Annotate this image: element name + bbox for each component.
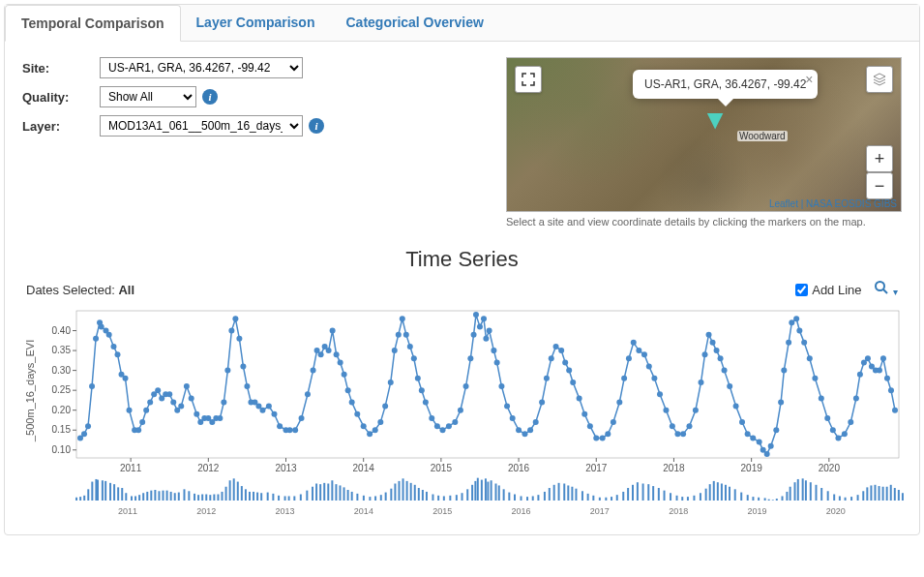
- svg-text:0.25: 0.25: [52, 384, 72, 395]
- svg-text:2015: 2015: [432, 506, 452, 516]
- svg-point-193: [793, 316, 799, 321]
- svg-point-183: [750, 435, 756, 440]
- svg-point-52: [135, 427, 141, 433]
- svg-point-213: [888, 387, 894, 393]
- svg-text:0.20: 0.20: [52, 405, 72, 415]
- svg-point-88: [287, 427, 293, 433]
- tab-layer-comparison[interactable]: Layer Comparison: [181, 5, 331, 41]
- tab-temporal-comparison[interactable]: Temporal Comparison: [5, 5, 181, 42]
- svg-point-53: [139, 419, 145, 425]
- svg-point-112: [400, 316, 405, 321]
- svg-point-72: [217, 415, 223, 421]
- svg-point-76: [232, 316, 238, 321]
- svg-point-147: [562, 359, 568, 365]
- svg-point-153: [593, 435, 599, 440]
- svg-point-187: [768, 443, 774, 449]
- svg-text:2016: 2016: [512, 506, 531, 516]
- svg-point-84: [266, 404, 272, 410]
- tab-categorical-overview[interactable]: Categorical Overview: [330, 5, 498, 41]
- svg-point-134: [494, 359, 500, 365]
- svg-point-182: [745, 431, 751, 437]
- svg-point-40: [89, 383, 95, 389]
- svg-point-41: [93, 336, 99, 342]
- svg-point-167: [670, 423, 675, 429]
- svg-text:2015: 2015: [431, 463, 453, 473]
- svg-point-120: [434, 423, 440, 429]
- svg-point-166: [663, 408, 669, 413]
- svg-point-104: [361, 423, 367, 429]
- svg-text:2014: 2014: [354, 506, 373, 516]
- svg-point-145: [553, 344, 559, 349]
- magnify-icon: [874, 280, 889, 295]
- svg-point-172: [699, 380, 704, 385]
- layers-button[interactable]: [866, 66, 893, 93]
- svg-point-131: [483, 336, 489, 342]
- controls-panel: Site: US-AR1, GRA, 36.4267, -99.42 Quali…: [22, 57, 487, 228]
- svg-point-55: [147, 399, 153, 405]
- info-icon[interactable]: i: [202, 89, 218, 105]
- svg-text:0.30: 0.30: [52, 365, 72, 376]
- svg-point-127: [471, 332, 477, 338]
- map-marker-icon[interactable]: ▼: [701, 105, 729, 136]
- quality-select[interactable]: Show All: [100, 86, 196, 107]
- svg-point-0: [876, 282, 884, 290]
- map-place-label: Woodward: [737, 131, 788, 141]
- layer-select[interactable]: MOD13A1_061__500m_16_days_EVI: [100, 115, 303, 137]
- svg-point-158: [621, 376, 627, 381]
- add-line-toggle[interactable]: Add Line: [795, 283, 861, 297]
- svg-point-78: [240, 364, 246, 370]
- chart-zoom-dropdown[interactable]: ▾: [874, 280, 898, 299]
- svg-point-140: [527, 427, 533, 433]
- svg-point-99: [338, 359, 343, 365]
- svg-point-63: [178, 404, 184, 410]
- zoom-out-button[interactable]: −: [866, 172, 893, 199]
- svg-point-161: [636, 348, 641, 353]
- svg-point-157: [616, 399, 622, 405]
- map-caption: Select a site and view coordinate detail…: [506, 216, 902, 228]
- add-line-checkbox[interactable]: [795, 284, 808, 296]
- svg-point-204: [853, 395, 859, 401]
- svg-point-79: [244, 383, 250, 389]
- svg-text:2014: 2014: [353, 463, 375, 473]
- svg-point-123: [452, 419, 458, 425]
- svg-point-98: [334, 351, 340, 357]
- svg-point-155: [605, 431, 611, 437]
- marker-popup: × US-AR1, GRA, 36.4267, -99.42: [633, 70, 818, 99]
- svg-point-122: [446, 423, 452, 429]
- svg-point-86: [277, 423, 283, 429]
- svg-point-152: [587, 423, 593, 429]
- svg-point-197: [812, 376, 818, 381]
- timeseries-chart[interactable]: 0.100.150.200.250.300.350.40201120122013…: [38, 303, 902, 477]
- site-select[interactable]: US-AR1, GRA, 36.4267, -99.42: [100, 57, 303, 78]
- svg-point-74: [224, 368, 230, 374]
- svg-text:2011: 2011: [118, 506, 137, 516]
- svg-point-47: [115, 351, 121, 357]
- svg-point-43: [99, 323, 104, 329]
- svg-text:2012: 2012: [196, 506, 216, 516]
- info-icon[interactable]: i: [309, 118, 324, 134]
- layers-icon: [872, 72, 887, 87]
- map[interactable]: + − × US-AR1, GRA, 36.4267, -99.42 ▼ Woo…: [506, 57, 902, 212]
- svg-point-211: [880, 355, 886, 361]
- svg-point-39: [85, 423, 91, 429]
- svg-point-117: [419, 387, 425, 393]
- svg-point-176: [714, 348, 720, 353]
- brush-overview[interactable]: 2011201220132014201520162017201820192020: [69, 477, 910, 516]
- svg-point-138: [516, 427, 522, 433]
- chart-title: Time Series: [22, 247, 902, 272]
- popup-close-button[interactable]: ×: [805, 72, 813, 87]
- svg-point-46: [110, 344, 116, 349]
- layer-label: Layer:: [22, 119, 100, 134]
- svg-point-178: [722, 368, 728, 374]
- fullscreen-button[interactable]: [515, 66, 542, 93]
- svg-text:2011: 2011: [120, 463, 142, 473]
- svg-point-150: [577, 395, 582, 401]
- zoom-in-button[interactable]: +: [866, 145, 893, 172]
- svg-point-105: [367, 431, 373, 437]
- svg-point-212: [884, 376, 890, 381]
- svg-point-64: [184, 383, 190, 389]
- svg-text:2017: 2017: [585, 463, 608, 473]
- svg-point-165: [657, 391, 663, 397]
- svg-point-54: [143, 408, 149, 413]
- svg-point-149: [570, 380, 576, 385]
